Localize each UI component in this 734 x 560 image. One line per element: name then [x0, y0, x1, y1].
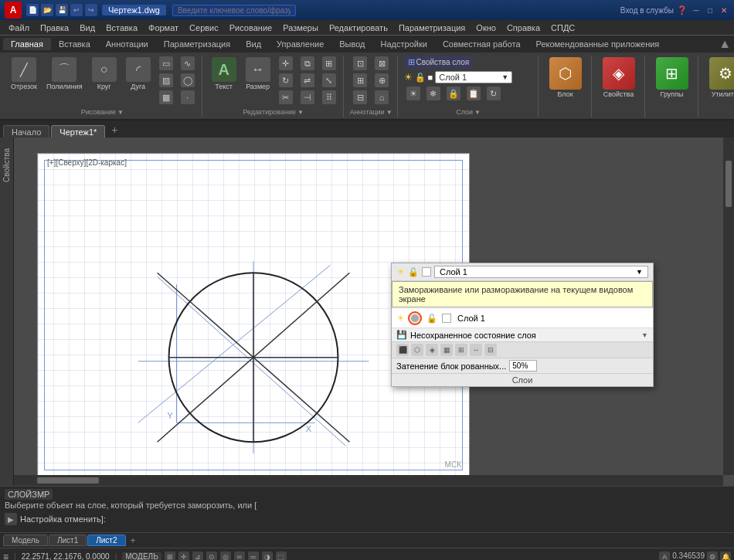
- doc-tab-drawing[interactable]: Чертеж1*: [51, 125, 105, 137]
- tab-insert[interactable]: Вставка: [51, 38, 98, 50]
- tool3-icon[interactable]: ◈: [426, 344, 438, 356]
- lineweight-toggle[interactable]: ═: [248, 552, 259, 561]
- layer-tool3[interactable]: 🔒: [444, 86, 463, 101]
- transparency-toggle[interactable]: ◑: [262, 552, 273, 561]
- menu-file[interactable]: Файл: [3, 22, 35, 33]
- dd-layer-arrow[interactable]: ▼: [636, 268, 643, 276]
- dd-layer-selector[interactable]: Слой 1 ▼: [434, 266, 648, 278]
- ortho-toggle[interactable]: ⊿: [192, 552, 203, 561]
- menu-help[interactable]: Справка: [501, 22, 545, 33]
- h-scroll-thumb[interactable]: [37, 477, 99, 484]
- tool7-icon[interactable]: ⊟: [484, 344, 497, 356]
- unsaved-arrow[interactable]: ▼: [641, 331, 648, 339]
- tab-annotations[interactable]: Аннотации: [98, 38, 156, 50]
- layer-tool1[interactable]: ☀: [404, 86, 423, 101]
- btn-mirror[interactable]: ⇌: [298, 73, 317, 88]
- btn-properties[interactable]: ◈ Свойства: [598, 56, 640, 100]
- snap-toggle[interactable]: ✛: [178, 552, 189, 561]
- btn-array[interactable]: ⠿: [320, 90, 338, 105]
- tab-recommended[interactable]: Рекомендованные приложения: [528, 38, 668, 50]
- btn-scale[interactable]: ⤡: [320, 73, 338, 88]
- menu-spds[interactable]: СПДС: [545, 22, 580, 33]
- btn-text[interactable]: A Текст: [209, 56, 240, 92]
- save-icon[interactable]: 💾: [56, 4, 68, 16]
- tab-output[interactable]: Вывод: [331, 38, 372, 50]
- menu-window[interactable]: Окно: [471, 22, 501, 33]
- btn-groups[interactable]: ⊞ Группы: [651, 56, 693, 100]
- notification-icon[interactable]: 🔔: [720, 552, 731, 561]
- btn-rotate[interactable]: ↻: [277, 73, 295, 88]
- btn-extend[interactable]: ⊣: [298, 90, 317, 105]
- btn-utils[interactable]: ⚙ Утилиты: [705, 56, 734, 100]
- tab-params[interactable]: Параметризация: [156, 38, 238, 50]
- btn-anno4[interactable]: ⊠: [372, 56, 391, 71]
- open-icon[interactable]: 📂: [41, 4, 53, 16]
- grid-toggle[interactable]: ⊞: [165, 552, 175, 561]
- menu-draw[interactable]: Рисование: [224, 22, 277, 33]
- annotations-group-arrow[interactable]: ▼: [386, 109, 392, 116]
- layer-tool2[interactable]: ❄: [424, 86, 443, 101]
- btn-anno2[interactable]: ⊞: [351, 73, 369, 88]
- btn-anno1[interactable]: ⊡: [351, 56, 369, 71]
- login-button[interactable]: Вход в службы: [620, 6, 674, 15]
- horizontal-scrollbar[interactable]: [14, 475, 723, 486]
- new-icon[interactable]: 📄: [26, 4, 39, 16]
- tool2-icon[interactable]: ⬡: [411, 344, 423, 356]
- search-input[interactable]: [172, 5, 296, 16]
- btn-trim[interactable]: ✂: [277, 90, 295, 105]
- v-scroll-thumb[interactable]: [726, 161, 732, 207]
- layer-tool4[interactable]: 📋: [464, 86, 483, 101]
- menu-params[interactable]: Параметризация: [393, 22, 471, 33]
- layer-props-btn[interactable]: ⊞ Свойства слоя: [404, 56, 474, 69]
- doc-tab-add[interactable]: +: [107, 122, 122, 137]
- btn-circle[interactable]: ○ Круг: [89, 56, 120, 92]
- btn-point[interactable]: ·: [178, 90, 197, 105]
- help-icon[interactable]: ❓: [677, 5, 688, 15]
- model-tab-sheet2[interactable]: Лист2: [87, 535, 125, 546]
- model-tab-sheet1[interactable]: Лист1: [49, 535, 87, 546]
- model-tab-model[interactable]: Модель: [3, 535, 48, 546]
- minimize-button[interactable]: ─: [691, 5, 702, 15]
- doc-tab-home[interactable]: Начало: [3, 125, 49, 137]
- btn-anno6[interactable]: ⌂: [372, 90, 391, 105]
- model-tab-add[interactable]: +: [127, 535, 140, 547]
- menu-service[interactable]: Сервис: [184, 22, 224, 33]
- menu-edit[interactable]: Правка: [35, 22, 74, 33]
- undo-icon[interactable]: ↩: [70, 4, 83, 16]
- layers-group-arrow[interactable]: ▼: [474, 109, 481, 116]
- ribbon-expand-icon[interactable]: ▲: [719, 37, 731, 51]
- otrack-toggle[interactable]: ∞: [234, 552, 245, 561]
- tab-view[interactable]: Вид: [238, 38, 269, 50]
- tab-collaborate[interactable]: Совместная работа: [435, 38, 528, 50]
- btn-copy[interactable]: ⧉: [298, 56, 317, 71]
- menu-view[interactable]: Вид: [74, 22, 100, 33]
- editing-group-arrow[interactable]: ▼: [297, 109, 304, 116]
- btn-move[interactable]: ✛: [277, 56, 295, 71]
- tab-manage[interactable]: Управление: [269, 38, 331, 50]
- menu-dimensions[interactable]: Размеры: [277, 22, 324, 33]
- osnap-toggle[interactable]: ◎: [220, 552, 231, 561]
- btn-block[interactable]: ⬡ Блок: [545, 56, 586, 100]
- btn-stretch[interactable]: ⊞: [320, 56, 338, 71]
- maximize-button[interactable]: □: [705, 5, 715, 15]
- status-icon-menu[interactable]: ≡: [3, 552, 8, 561]
- btn-rect[interactable]: ▭: [157, 56, 175, 71]
- tool4-icon[interactable]: ▦: [440, 344, 453, 356]
- menu-insert[interactable]: Вставка: [100, 22, 143, 33]
- btn-hatch[interactable]: ▨: [157, 73, 175, 88]
- layer-dropdown-arrow[interactable]: ▼: [501, 73, 508, 81]
- tab-home[interactable]: Главная: [3, 38, 51, 50]
- tool5-icon[interactable]: ⊞: [455, 344, 467, 356]
- btn-arc[interactable]: ◜ Дуга: [123, 56, 154, 92]
- shading-input[interactable]: [509, 360, 537, 372]
- drawing-group-arrow[interactable]: ▼: [117, 109, 124, 116]
- tool6-icon[interactable]: ↔: [470, 344, 482, 356]
- settings-icon[interactable]: ⚙: [707, 552, 718, 561]
- btn-anno3[interactable]: ⊟: [351, 90, 369, 105]
- selection-toggle[interactable]: ⬚: [276, 552, 287, 561]
- menu-format[interactable]: Формат: [143, 22, 184, 33]
- btn-anno5[interactable]: ⊕: [372, 73, 391, 88]
- btn-line[interactable]: ╱ Отрезок: [8, 56, 40, 92]
- menu-edit2[interactable]: Редактировать: [324, 22, 393, 33]
- btn-polyline[interactable]: ⌒ Полилиния: [43, 56, 86, 92]
